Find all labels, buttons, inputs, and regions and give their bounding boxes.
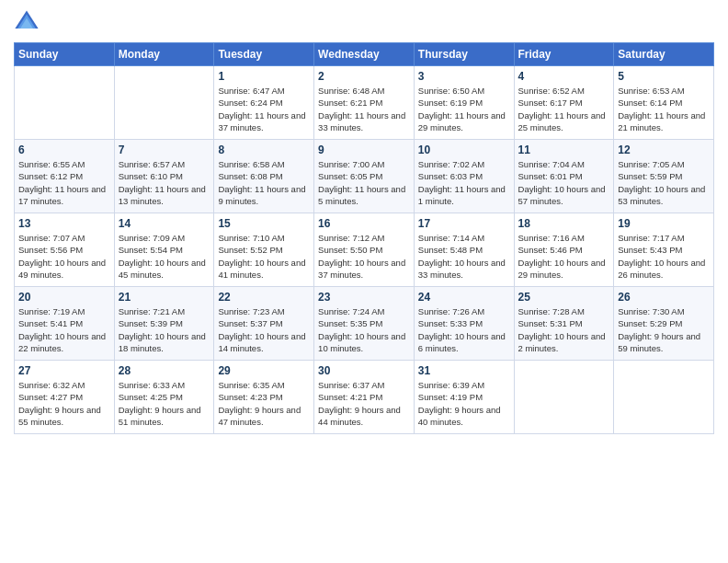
day-cell [514,361,614,434]
day-cell: 31Sunrise: 6:39 AM Sunset: 4:19 PM Dayli… [414,361,514,434]
day-info: Sunrise: 6:37 AM Sunset: 4:21 PM Dayligh… [318,379,410,428]
logo-icon [14,9,40,35]
day-number: 15 [218,217,310,230]
day-number: 7 [119,144,210,156]
day-cell: 10Sunrise: 7:02 AM Sunset: 6:03 PM Dayli… [414,140,514,213]
day-info: Sunrise: 6:53 AM Sunset: 6:14 PM Dayligh… [618,85,710,133]
day-cell: 12Sunrise: 7:05 AM Sunset: 5:59 PM Dayli… [614,140,714,213]
day-cell: 9Sunrise: 7:00 AM Sunset: 6:05 PM Daylig… [314,140,415,213]
day-info: Sunrise: 7:09 AM Sunset: 5:54 PM Dayligh… [119,232,210,281]
day-number: 2 [318,70,410,83]
day-cell: 7Sunrise: 6:57 AM Sunset: 6:10 PM Daylig… [114,140,214,213]
day-number: 17 [418,217,510,230]
day-info: Sunrise: 6:57 AM Sunset: 6:10 PM Dayligh… [119,158,210,207]
week-row-5: 27Sunrise: 6:32 AM Sunset: 4:27 PM Dayli… [15,361,714,434]
day-cell: 15Sunrise: 7:10 AM Sunset: 5:52 PM Dayli… [214,213,314,287]
day-cell: 4Sunrise: 6:52 AM Sunset: 6:17 PM Daylig… [514,66,614,140]
day-number: 10 [418,144,510,156]
week-row-4: 20Sunrise: 7:19 AM Sunset: 5:41 PM Dayli… [15,287,714,361]
day-cell: 6Sunrise: 6:55 AM Sunset: 6:12 PM Daylig… [15,140,115,213]
day-info: Sunrise: 6:47 AM Sunset: 6:24 PM Dayligh… [218,85,310,133]
day-number: 28 [119,364,210,377]
day-number: 3 [418,70,510,83]
day-number: 12 [618,144,710,156]
day-number: 24 [418,291,510,304]
day-info: Sunrise: 7:23 AM Sunset: 5:37 PM Dayligh… [218,305,310,354]
day-cell: 18Sunrise: 7:16 AM Sunset: 5:46 PM Dayli… [514,213,614,287]
day-info: Sunrise: 7:10 AM Sunset: 5:52 PM Dayligh… [218,232,310,281]
logo [14,9,43,35]
day-info: Sunrise: 7:05 AM Sunset: 5:59 PM Dayligh… [618,158,710,207]
day-cell: 3Sunrise: 6:50 AM Sunset: 6:19 PM Daylig… [414,66,514,140]
day-info: Sunrise: 7:19 AM Sunset: 5:41 PM Dayligh… [18,305,110,354]
week-row-3: 13Sunrise: 7:07 AM Sunset: 5:56 PM Dayli… [15,213,714,287]
day-info: Sunrise: 6:39 AM Sunset: 4:19 PM Dayligh… [418,379,510,428]
day-info: Sunrise: 6:58 AM Sunset: 6:08 PM Dayligh… [218,158,310,207]
day-info: Sunrise: 6:32 AM Sunset: 4:27 PM Dayligh… [18,379,110,428]
day-cell: 26Sunrise: 7:30 AM Sunset: 5:29 PM Dayli… [614,287,714,361]
day-number: 27 [18,364,110,377]
page: SundayMondayTuesdayWednesdayThursdayFrid… [0,0,728,563]
day-cell [15,66,115,140]
day-info: Sunrise: 6:35 AM Sunset: 4:23 PM Dayligh… [218,379,310,428]
day-info: Sunrise: 7:00 AM Sunset: 6:05 PM Dayligh… [318,158,410,207]
day-info: Sunrise: 6:50 AM Sunset: 6:19 PM Dayligh… [418,85,510,133]
col-header-sunday: Sunday [15,43,115,66]
day-cell: 2Sunrise: 6:48 AM Sunset: 6:21 PM Daylig… [314,66,415,140]
day-cell: 17Sunrise: 7:14 AM Sunset: 5:48 PM Dayli… [414,213,514,287]
day-number: 19 [618,217,710,230]
col-header-monday: Monday [114,43,214,66]
day-number: 5 [618,70,710,83]
day-info: Sunrise: 7:16 AM Sunset: 5:46 PM Dayligh… [518,232,610,281]
day-cell: 30Sunrise: 6:37 AM Sunset: 4:21 PM Dayli… [314,361,415,434]
day-cell: 24Sunrise: 7:26 AM Sunset: 5:33 PM Dayli… [414,287,514,361]
day-info: Sunrise: 7:14 AM Sunset: 5:48 PM Dayligh… [418,232,510,281]
day-number: 1 [218,70,310,83]
day-cell: 29Sunrise: 6:35 AM Sunset: 4:23 PM Dayli… [214,361,314,434]
day-number: 13 [18,217,110,230]
day-number: 4 [518,70,610,83]
col-header-wednesday: Wednesday [314,43,415,66]
day-cell: 25Sunrise: 7:28 AM Sunset: 5:31 PM Dayli… [514,287,614,361]
day-number: 23 [318,291,410,304]
day-info: Sunrise: 6:48 AM Sunset: 6:21 PM Dayligh… [318,85,410,133]
day-info: Sunrise: 6:52 AM Sunset: 6:17 PM Dayligh… [518,85,610,133]
day-info: Sunrise: 7:30 AM Sunset: 5:29 PM Dayligh… [618,305,710,354]
day-info: Sunrise: 7:21 AM Sunset: 5:39 PM Dayligh… [119,305,210,354]
col-header-thursday: Thursday [414,43,514,66]
day-cell: 1Sunrise: 6:47 AM Sunset: 6:24 PM Daylig… [214,66,314,140]
day-cell: 5Sunrise: 6:53 AM Sunset: 6:14 PM Daylig… [614,66,714,140]
col-header-tuesday: Tuesday [214,43,314,66]
day-number: 21 [119,291,210,304]
day-info: Sunrise: 7:02 AM Sunset: 6:03 PM Dayligh… [418,158,510,207]
day-info: Sunrise: 7:28 AM Sunset: 5:31 PM Dayligh… [518,305,610,354]
day-number: 16 [318,217,410,230]
day-cell: 19Sunrise: 7:17 AM Sunset: 5:43 PM Dayli… [614,213,714,287]
day-number: 31 [418,364,510,377]
day-cell: 16Sunrise: 7:12 AM Sunset: 5:50 PM Dayli… [314,213,415,287]
day-number: 30 [318,364,410,377]
day-number: 20 [18,291,110,304]
day-info: Sunrise: 7:24 AM Sunset: 5:35 PM Dayligh… [318,305,410,354]
day-cell: 28Sunrise: 6:33 AM Sunset: 4:25 PM Dayli… [114,361,214,434]
day-info: Sunrise: 7:17 AM Sunset: 5:43 PM Dayligh… [618,232,710,281]
day-cell: 14Sunrise: 7:09 AM Sunset: 5:54 PM Dayli… [114,213,214,287]
day-cell [614,361,714,434]
day-cell [114,66,214,140]
day-info: Sunrise: 7:04 AM Sunset: 6:01 PM Dayligh… [518,158,610,207]
day-cell: 23Sunrise: 7:24 AM Sunset: 5:35 PM Dayli… [314,287,415,361]
day-number: 18 [518,217,610,230]
day-info: Sunrise: 6:55 AM Sunset: 6:12 PM Dayligh… [18,158,110,207]
col-header-saturday: Saturday [614,43,714,66]
day-number: 25 [518,291,610,304]
day-cell: 13Sunrise: 7:07 AM Sunset: 5:56 PM Dayli… [15,213,115,287]
day-number: 11 [518,144,610,156]
day-info: Sunrise: 7:12 AM Sunset: 5:50 PM Dayligh… [318,232,410,281]
day-info: Sunrise: 7:07 AM Sunset: 5:56 PM Dayligh… [18,232,110,281]
week-row-2: 6Sunrise: 6:55 AM Sunset: 6:12 PM Daylig… [15,140,714,213]
day-cell: 20Sunrise: 7:19 AM Sunset: 5:41 PM Dayli… [15,287,115,361]
day-cell: 11Sunrise: 7:04 AM Sunset: 6:01 PM Dayli… [514,140,614,213]
day-info: Sunrise: 6:33 AM Sunset: 4:25 PM Dayligh… [119,379,210,428]
day-cell: 21Sunrise: 7:21 AM Sunset: 5:39 PM Dayli… [114,287,214,361]
day-number: 26 [618,291,710,304]
